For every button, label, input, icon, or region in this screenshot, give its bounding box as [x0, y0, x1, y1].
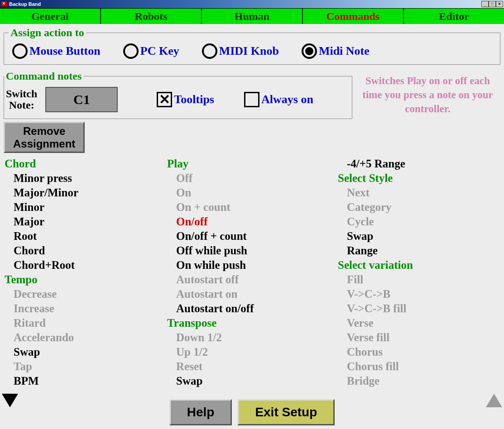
list-item[interactable]: BPM [5, 374, 167, 388]
list-item[interactable]: Decrease [5, 287, 167, 301]
list-item-selected[interactable]: On/off [167, 214, 338, 229]
radio-label: PC Key [140, 44, 179, 58]
window-title: Backup Band [9, 1, 41, 7]
list-item[interactable]: Increase [5, 301, 167, 316]
list-item[interactable]: Ritard [5, 316, 167, 330]
remove-assignment-button[interactable]: RemoveAssignment [4, 122, 85, 153]
tab-bar: General Robots Human Commands Editor [0, 8, 504, 24]
radio-icon [12, 43, 28, 59]
list-item[interactable]: Bridge [338, 374, 500, 388]
list-item[interactable]: Root [5, 229, 167, 243]
list-item[interactable]: Chord+Root [5, 258, 167, 272]
list-item[interactable]: Off while push [167, 243, 338, 258]
column-3: -4/+5 Range Select Style Next Category C… [338, 157, 500, 388]
column-2: Play Off On On + count On/off On/off + c… [167, 157, 338, 388]
radio-icon [302, 43, 317, 59]
list-item[interactable]: Verse [338, 316, 500, 330]
list-item[interactable]: Major/Minor [5, 186, 167, 200]
minimize-button[interactable]: _ [481, 1, 489, 7]
category-transpose: Transpose [167, 316, 338, 330]
hint-text: Switches Play on or off each time you pr… [360, 70, 500, 116]
list-item[interactable]: Swap [5, 345, 167, 359]
list-item[interactable]: Range [338, 243, 500, 258]
radio-pc-key[interactable]: PC Key [123, 43, 179, 59]
tab-commands[interactable]: Commands [303, 9, 404, 24]
tooltips-checkbox[interactable]: ✕ Tooltips [157, 92, 214, 107]
checkbox-label: Tooltips [174, 93, 214, 106]
tab-robots[interactable]: Robots [101, 9, 202, 24]
list-item[interactable]: Swap [167, 374, 338, 388]
radio-mouse-button[interactable]: Mouse Button [12, 43, 101, 59]
list-item[interactable]: Autostart off [167, 272, 338, 287]
radio-label: Mouse Button [29, 44, 101, 58]
list-item[interactable]: Fill [338, 272, 500, 287]
list-item[interactable]: Up 1/2 [167, 345, 338, 359]
list-item[interactable]: Verse fill [338, 330, 500, 345]
category-chord: Chord [5, 157, 167, 171]
list-item[interactable]: Minor press [5, 171, 167, 186]
list-item[interactable]: Tap [5, 359, 167, 374]
list-item[interactable]: V->C->B [338, 287, 500, 301]
checkbox-label: Always on [261, 93, 313, 106]
category-tempo: Tempo [5, 272, 167, 287]
list-item[interactable]: Chorus [338, 345, 500, 359]
radio-label: Midi Note [319, 44, 370, 58]
list-item[interactable]: Cycle [338, 214, 500, 229]
tab-human[interactable]: Human [202, 9, 303, 24]
list-item[interactable]: Swap [338, 229, 500, 243]
list-item[interactable]: Chord [5, 243, 167, 258]
column-1: Chord Minor press Major/Minor Minor Majo… [5, 157, 167, 388]
checkbox-icon [244, 92, 259, 107]
switch-note-label: Switch Note: [6, 88, 37, 111]
checkbox-icon: ✕ [157, 92, 172, 107]
category-play: Play [167, 157, 338, 171]
list-item[interactable]: Next [338, 186, 500, 200]
list-item[interactable]: Major [5, 214, 167, 229]
list-item[interactable]: Accelerando [5, 330, 167, 345]
window-close-icon-left[interactable] [1, 1, 7, 7]
command-notes-group: Command notes Switch Note: C1 ✕ Tooltips… [4, 70, 352, 119]
radio-midi-knob[interactable]: MIDI Knob [202, 43, 279, 59]
list-item[interactable]: Autostart on [167, 287, 338, 301]
assign-action-group: Assign action to Mouse Button PC Key MID… [4, 27, 500, 65]
help-button[interactable]: Help [169, 399, 232, 425]
category-select-style: Select Style [338, 171, 500, 186]
category-select-variation: Select variation [338, 258, 500, 272]
assign-legend: Assign action to [9, 27, 86, 39]
footer-buttons: Help Exit Setup [0, 399, 504, 425]
list-item[interactable]: On while push [167, 258, 338, 272]
list-item[interactable]: On/off + count [167, 229, 338, 243]
list-item[interactable]: Category [338, 200, 500, 214]
tab-editor[interactable]: Editor [404, 9, 504, 24]
always-on-checkbox[interactable]: Always on [244, 92, 313, 107]
list-item[interactable]: Autostart on/off [167, 301, 338, 316]
list-item[interactable]: On + count [167, 200, 338, 214]
radio-label: MIDI Knob [219, 44, 279, 58]
tab-general[interactable]: General [0, 9, 101, 24]
list-item[interactable]: Minor [5, 200, 167, 214]
notes-legend: Command notes [4, 70, 83, 82]
list-item[interactable]: V->C->B fill [338, 301, 500, 316]
switch-note-value[interactable]: C1 [45, 87, 118, 112]
close-button[interactable]: × [496, 1, 503, 7]
list-item[interactable]: Reset [167, 359, 338, 374]
command-list: Chord Minor press Major/Minor Minor Majo… [4, 157, 500, 388]
exit-setup-button[interactable]: Exit Setup [237, 399, 335, 425]
radio-icon [123, 43, 139, 59]
list-item[interactable]: On [167, 186, 338, 200]
radio-icon [202, 43, 217, 59]
list-item[interactable]: Chorus fill [338, 359, 500, 374]
list-item[interactable]: Down 1/2 [167, 330, 338, 345]
window-titlebar: Backup Band _ □ × [0, 0, 504, 8]
list-item[interactable]: -4/+5 Range [338, 157, 500, 171]
list-item[interactable]: Off [167, 171, 338, 186]
maximize-button[interactable]: □ [489, 1, 496, 7]
radio-midi-note[interactable]: Midi Note [302, 43, 370, 59]
